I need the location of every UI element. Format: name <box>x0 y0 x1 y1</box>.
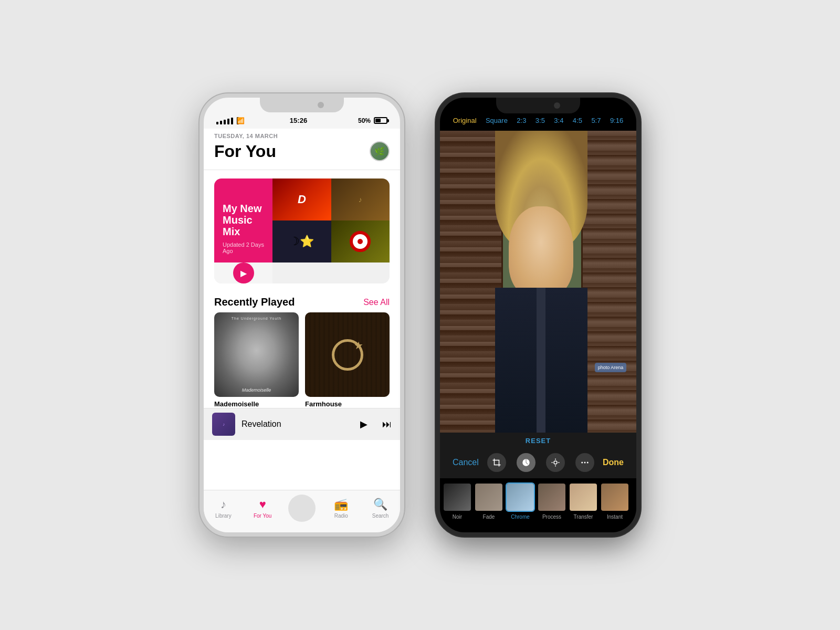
photo-container: photo Arena <box>440 131 636 433</box>
tab-search[interactable]: 🔍 Search <box>365 498 396 519</box>
recent-row: The Underground Youth Mademoiselle Madem… <box>204 312 400 408</box>
filter-noir-thumb <box>443 482 472 512</box>
recent-card-farmhouse[interactable]: ★ Farmhouse <box>305 312 390 408</box>
mix-thumb-doors: D <box>272 178 331 220</box>
record-icon <box>350 231 371 252</box>
mix-card[interactable]: My New Music Mix Updated 2 Days Ago D ♪ <box>214 178 390 284</box>
filter-transfer-label: Transfer <box>574 514 593 520</box>
battery-fill <box>375 119 381 122</box>
left-phone: 📶 15:26 50% TUESDAY, 14 MARCH For You 🌿 … <box>200 93 404 537</box>
svg-point-7 <box>581 462 583 464</box>
filter-instant-label: Instant <box>607 514 623 520</box>
camera-dot-right <box>554 102 560 109</box>
crop-original[interactable]: Original <box>453 117 477 124</box>
crop-tool-icon[interactable] <box>487 453 506 472</box>
recent-label-mademoiselle: Mademoiselle <box>214 400 299 408</box>
tab-bar: ♪ Library ♥ For You 📻 Radio 🔍 Search <box>204 490 400 532</box>
recent-card-mademoiselle[interactable]: The Underground Youth Mademoiselle Madem… <box>214 312 299 408</box>
camera-dot-left <box>318 102 324 108</box>
tab-for-you[interactable]: ♥ For You <box>247 498 278 519</box>
farmhouse-moon-icon: ★ <box>332 339 363 371</box>
filter-chrome-label: Chrome <box>511 514 530 520</box>
crop-square[interactable]: Square <box>486 117 508 124</box>
filter-transfer-thumb <box>569 482 598 512</box>
status-right: 50% <box>358 117 387 124</box>
reset-button[interactable]: RESET <box>526 437 551 445</box>
filter-tool-icon[interactable] <box>517 453 536 472</box>
mix-main-tile[interactable]: My New Music Mix Updated 2 Days Ago <box>214 178 272 262</box>
right-phone: Original Square 2:3 3:5 3:4 4:5 5:7 9:16 <box>436 93 640 537</box>
page-title: For You <box>214 142 276 161</box>
now-playing-title: Revelation <box>242 419 354 429</box>
band-name-overlay: The Underground Youth <box>214 317 299 320</box>
avatar[interactable]: 🌿 <box>370 141 390 161</box>
recent-label-farmhouse: Farmhouse <box>305 400 390 408</box>
battery-icon <box>374 117 387 124</box>
skip-icon[interactable]: ⏭ <box>382 419 392 430</box>
filter-process[interactable]: Process <box>537 482 567 520</box>
filter-process-thumb <box>537 482 566 512</box>
filter-fade[interactable]: Fade <box>474 482 504 520</box>
brightness-tool-icon[interactable] <box>546 453 565 472</box>
filter-transfer[interactable]: Transfer <box>568 482 598 520</box>
mix-title: My New Music Mix <box>223 203 264 237</box>
crop-9-16[interactable]: 9:16 <box>610 117 623 124</box>
done-button[interactable]: Done <box>603 458 624 467</box>
status-bar-left: 📶 15:26 50% <box>204 98 400 129</box>
now-playing-bar[interactable]: ♪ Revelation ▶ ⏭ <box>204 408 400 440</box>
crop-5-7[interactable]: 5:7 <box>591 117 601 124</box>
filter-instant-thumb <box>600 482 629 512</box>
for-you-icon: ♥ <box>259 498 266 511</box>
crop-3-5[interactable]: 3:5 <box>536 117 545 124</box>
section-header-recent: Recently Played See All <box>204 292 400 312</box>
toolbar-icons <box>487 453 594 472</box>
filter-instant[interactable]: Instant <box>600 482 630 520</box>
filter-fade-label: Fade <box>483 514 495 520</box>
crop-3-4[interactable]: 3:4 <box>554 117 563 124</box>
play-icon[interactable]: ▶ <box>360 418 368 430</box>
album-art-mademoiselle: The Underground Youth Mademoiselle <box>214 312 299 397</box>
album-art-farmhouse: ★ <box>305 312 390 397</box>
album-title-overlay: Mademoiselle <box>214 387 299 393</box>
mix-thumb-moon: ☽⭐ <box>272 220 331 262</box>
time-display: 15:26 <box>290 117 307 124</box>
photo-toolbar: Cancel <box>440 449 636 478</box>
now-playing-art: ♪ <box>212 413 235 436</box>
tab-library[interactable]: ♪ Library <box>207 498 239 519</box>
home-button[interactable] <box>288 495 316 522</box>
tab-home-center[interactable] <box>286 495 318 522</box>
tab-radio[interactable]: 📻 Radio <box>326 498 357 519</box>
svg-point-8 <box>584 462 585 464</box>
library-icon: ♪ <box>220 498 226 511</box>
crop-options-bar: Original Square 2:3 3:5 3:4 4:5 5:7 9:16 <box>440 98 636 131</box>
filter-noir[interactable]: Noir <box>442 482 472 520</box>
tab-bar-bottom <box>440 522 636 532</box>
see-all-button[interactable]: See All <box>363 298 390 307</box>
signal-bars: 📶 <box>216 117 239 124</box>
watermark: photo Arena <box>595 363 627 372</box>
mix-thumb-play[interactable]: ▶ <box>214 262 272 284</box>
svg-point-9 <box>587 462 589 464</box>
crop-2-3[interactable]: 2:3 <box>517 117 526 124</box>
mix-thumb-album3: ♪ <box>331 178 390 220</box>
crop-4-5[interactable]: 4:5 <box>573 117 582 124</box>
tab-radio-label: Radio <box>334 513 348 519</box>
mademoiselle-cover: The Underground Youth Mademoiselle <box>214 312 299 397</box>
tab-for-you-label: For You <box>254 513 271 519</box>
farmhouse-star-icon: ★ <box>354 339 363 352</box>
filter-chrome[interactable]: Chrome <box>505 482 536 520</box>
filter-process-label: Process <box>542 514 561 520</box>
radio-icon: 📻 <box>334 498 348 511</box>
music-date: TUESDAY, 14 MARCH <box>214 133 390 139</box>
cancel-button[interactable]: Cancel <box>453 458 479 467</box>
filter-noir-label: Noir <box>453 514 462 520</box>
music-header: TUESDAY, 14 MARCH For You 🌿 <box>204 129 400 170</box>
svg-rect-0 <box>494 460 499 465</box>
tab-library-label: Library <box>215 513 232 519</box>
mix-section: My New Music Mix Updated 2 Days Ago D ♪ <box>204 170 400 292</box>
filter-fade-thumb <box>474 482 503 512</box>
reset-bar: RESET <box>440 433 636 449</box>
more-tool-icon[interactable] <box>575 453 594 472</box>
play-button-circle[interactable]: ▶ <box>233 262 254 284</box>
music-title-row: For You 🌿 <box>214 141 390 161</box>
